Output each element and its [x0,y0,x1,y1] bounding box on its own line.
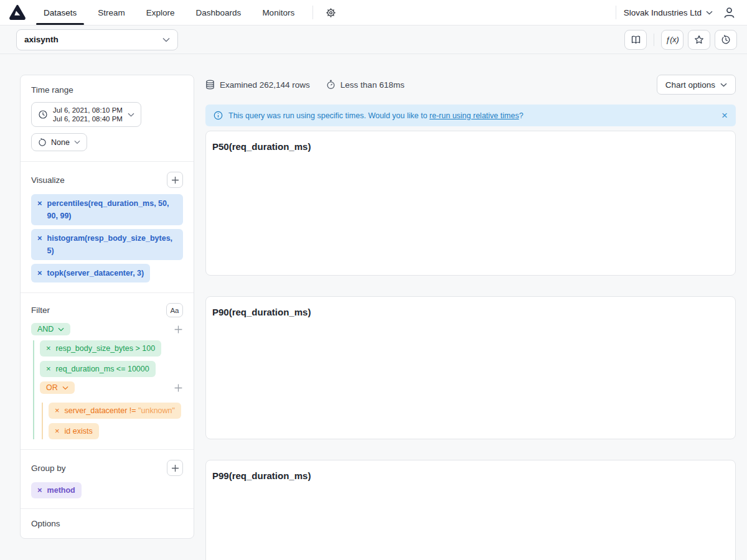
add-filter-button[interactable] [174,383,183,393]
remove-icon[interactable]: × [46,363,51,375]
add-group-by-button[interactable] [167,460,183,476]
query-sidebar: Time range Jul 6, 2021, 08:10 PM Jul 6, … [20,75,194,539]
plus-icon [171,176,179,184]
results-area: Examined 262,144 rows Less than 618ms Ch… [205,75,736,560]
examined-rows-text: Examined 262,144 rows [220,80,310,90]
group-by-section: Group by ×method [21,449,194,508]
visualize-label: Visualize [31,175,65,185]
plus-icon [174,383,183,393]
time-range-start: Jul 6, 2021, 08:10 PM [53,106,123,114]
user-icon [723,6,736,19]
history-icon [721,35,731,45]
add-filter-button[interactable] [174,325,183,334]
chart-title: P90(req_duration_ms) [212,307,735,317]
top-nav: Datasets Stream Explore Dashboards Monit… [0,0,747,26]
database-icon [205,80,215,90]
filter-chip[interactable]: ×resp_body_size_bytes > 100 [40,340,161,357]
group-operator-label: OR [46,383,58,392]
dataset-name: axisynth [24,35,59,44]
query-duration-stat: Less than 618ms [326,80,405,90]
compare-value: None [51,138,70,147]
remove-icon[interactable]: × [37,267,42,279]
docs-button[interactable] [624,30,647,50]
banner-text: This query was run using specific times.… [228,111,524,120]
nav-item-stream[interactable]: Stream [90,0,133,25]
group-by-field: method [47,485,75,496]
remove-icon[interactable]: × [55,426,60,437]
chevron-down-icon [162,37,170,42]
examined-rows-stat: Examined 262,144 rows [205,80,310,90]
visualization-label: percentiles(req_duration_ms, 50, 90, 99) [47,197,177,222]
chevron-down-icon [720,83,727,87]
dataset-select[interactable]: axisynth [16,29,178,50]
filter-condition: id exists [65,426,93,437]
query-duration-text: Less than 618ms [341,80,405,90]
filter-chip[interactable]: ×server_datacenter != "unknown" [49,403,181,419]
visualization-label: topk(server_datacenter, 3) [47,267,144,279]
nav-divider [312,6,313,19]
time-range-picker[interactable]: Jul 6, 2021, 08:10 PM Jul 6, 2021, 08:40… [31,102,141,127]
chart-options-button[interactable]: Chart options [657,75,736,95]
settings-button[interactable] [321,0,341,25]
visualization-chip[interactable]: ×histogram(resp_body_size_bytes, 5) [31,229,183,260]
relative-time-banner: This query was run using specific times.… [205,105,736,126]
time-range-label: Time range [31,85,183,95]
filter-chip[interactable]: ×req_duration_ms <= 10000 [40,361,156,377]
visualization-chip[interactable]: ×percentiles(req_duration_ms, 50, 90, 99… [31,194,183,225]
remove-icon[interactable]: × [46,343,51,354]
rerun-relative-link[interactable]: re-run using relative times [430,111,519,120]
book-icon [631,35,641,45]
group-by-chip[interactable]: ×method [31,482,82,498]
nav-items: Datasets Stream Explore Dashboards Monit… [33,0,305,25]
nav-item-datasets[interactable]: Datasets [36,0,84,25]
filter-condition: req_duration_ms <= 10000 [56,363,149,375]
close-icon[interactable]: × [721,110,728,121]
favorite-button[interactable] [688,30,710,50]
remove-icon[interactable]: × [37,232,42,245]
chart-title: P50(req_duration_ms) [212,141,735,152]
query-stats-row: Examined 262,144 rows Less than 618ms Ch… [205,75,736,95]
nav-item-explore[interactable]: Explore [139,0,182,25]
org-name: Slovak Industries Ltd [624,8,702,17]
options-label: Options [31,519,183,528]
case-sensitivity-button[interactable]: Aa [166,303,183,317]
filter-condition: resp_body_size_bytes > 100 [56,343,156,354]
filter-group-or[interactable]: OR [40,381,75,394]
axiom-logo[interactable] [9,4,26,21]
nav-item-monitors[interactable]: Monitors [255,0,302,25]
filter-section: Filter Aa AND ×resp_body_size_bytes > 10… [21,292,194,449]
visualization-label: histogram(resp_body_size_bytes, 5) [47,232,177,257]
chevron-down-icon [62,386,68,390]
star-icon [694,35,704,45]
chart-title: P99(req_duration_ms) [212,470,735,481]
compare-picker[interactable]: None [31,133,87,151]
chevron-down-icon [74,140,80,144]
functions-button[interactable]: ƒ(x) [661,30,684,50]
chart-options-label: Chart options [665,80,715,90]
chevron-down-icon [58,327,64,332]
stopwatch-icon [326,80,336,90]
add-visualization-button[interactable] [167,172,183,188]
p50-chart-card: P50(req_duration_ms) [205,131,736,276]
plus-icon [171,464,179,472]
function-icon: ƒ(x) [665,35,679,44]
nav-item-dashboards[interactable]: Dashboards [189,0,249,25]
plus-icon [174,325,183,334]
filter-group-and[interactable]: AND [31,323,70,335]
options-section: Options [21,508,194,538]
chevron-down-icon [128,113,134,117]
p99-chart-card: P99(req_duration_ms) [205,460,736,560]
filter-condition: server_datacenter != "unknown" [65,405,175,416]
user-menu[interactable] [723,0,736,25]
org-selector[interactable]: Slovak Industries Ltd [624,0,713,25]
info-icon [214,111,223,120]
filter-chip[interactable]: ×id exists [49,423,99,439]
visualization-chip[interactable]: ×topk(server_datacenter, 3) [31,264,150,282]
toolbar-divider [654,34,654,46]
remove-icon[interactable]: × [55,405,60,416]
remove-icon[interactable]: × [37,485,42,496]
gear-icon [326,7,336,18]
history-button[interactable] [715,30,737,50]
remove-icon[interactable]: × [37,197,42,210]
group-operator-label: AND [37,325,54,334]
